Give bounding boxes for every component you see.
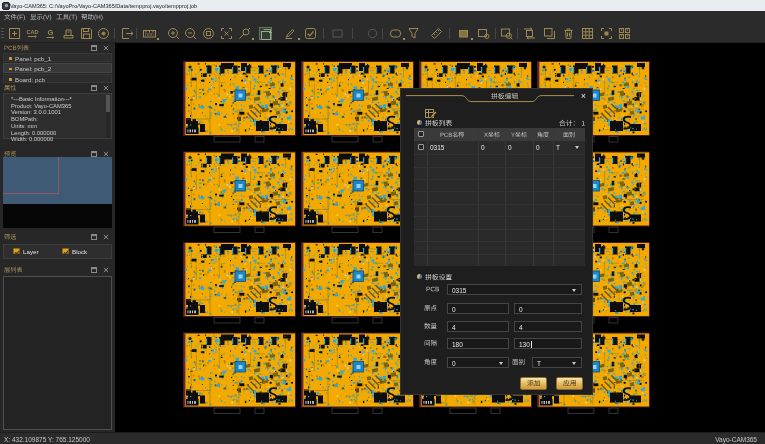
pcb-board-r1c0[interactable] <box>184 152 296 233</box>
pcb-board-r2c1[interactable] <box>302 243 414 324</box>
pcb-canvas[interactable]: × <box>115 43 765 432</box>
transform-icon[interactable] <box>523 27 536 40</box>
side-dropdown-arrow[interactable] <box>575 146 579 149</box>
menu-help[interactable] <box>81 13 103 23</box>
apply-button[interactable] <box>556 377 583 390</box>
float-panel-icon[interactable] <box>91 234 97 240</box>
gap-label <box>424 339 437 347</box>
pcb-board-r0c0[interactable] <box>184 62 296 143</box>
menu-file[interactable] <box>4 13 25 23</box>
pcb-list-item[interactable]: Panel: pcb_1 <box>3 53 112 63</box>
toolbar: CADGmm <box>0 24 765 43</box>
angle-label <box>424 358 437 366</box>
section-bullet-icon <box>417 120 422 125</box>
pcb-board-r0c1[interactable] <box>302 62 414 143</box>
menu-view[interactable] <box>30 13 52 23</box>
menu-tools[interactable] <box>56 13 77 23</box>
count-x-value: 4 <box>452 324 456 331</box>
record-icon[interactable] <box>97 27 110 40</box>
statusbar-app-name: Vayo-CAM365 <box>715 435 757 444</box>
duplicate-icon[interactable] <box>543 27 556 40</box>
rounded-rect-icon[interactable] <box>389 27 402 40</box>
pcb-list-item[interactable]: Panel: pcb_2 <box>3 63 112 73</box>
pcb-board-r3c1[interactable] <box>302 333 414 414</box>
angle-dropdown[interactable]: 0 <box>447 357 509 368</box>
checkbox-layer[interactable] <box>13 248 20 255</box>
layer-list-box[interactable] <box>3 276 112 430</box>
scrollbar-thumb[interactable] <box>106 95 110 112</box>
float-panel-icon[interactable] <box>91 45 97 51</box>
cell-angle: 0 <box>536 144 540 151</box>
gap-y-input[interactable]: 130 <box>514 338 582 349</box>
copy-ref-icon[interactable] <box>477 27 490 40</box>
float-panel-icon[interactable] <box>91 267 97 273</box>
measure-icon[interactable] <box>430 27 443 40</box>
cursor-coordinates: X: 432.109875 Y: 765.125000 <box>4 435 90 444</box>
toolbar-separator <box>449 28 450 39</box>
window-titlebar[interactable]: Vayo-CAM365: C:/VayoPro/Vayo-CAM365/Data… <box>0 0 765 11</box>
panel-settings-section-label <box>425 273 452 282</box>
pcb-item-label: Board: pcb <box>15 76 45 84</box>
fill-icon[interactable] <box>457 27 470 40</box>
gap-x-input[interactable]: 180 <box>447 338 509 349</box>
draw-icon[interactable] <box>284 27 297 40</box>
rect-tool-icon[interactable] <box>331 27 344 40</box>
close-panel-icon[interactable] <box>103 85 109 91</box>
count-x-input[interactable]: 4 <box>447 321 509 332</box>
verify-icon[interactable] <box>304 27 317 40</box>
checkbox-block[interactable] <box>62 248 69 255</box>
pcb-board-r1c1[interactable] <box>302 152 414 233</box>
probe-icon[interactable] <box>238 27 251 40</box>
pcb-board-r2c0[interactable] <box>184 243 296 324</box>
panel-list-section-label <box>425 119 452 128</box>
pcb-board-r3c0[interactable] <box>184 333 296 414</box>
preview-board-outline <box>3 157 59 194</box>
panel-edit-dialog: × <box>400 88 593 395</box>
import-cad-icon[interactable]: CAD <box>26 27 39 40</box>
close-panel-icon[interactable] <box>103 267 109 273</box>
polygon-icon[interactable] <box>407 27 420 40</box>
check-icon <box>14 249 21 256</box>
filter-box: LayerBlock <box>3 244 112 259</box>
import-drill-icon[interactable] <box>62 27 75 40</box>
pcb-item-label: Panel: pcb_1 <box>15 55 51 63</box>
center-view-icon[interactable] <box>600 27 613 40</box>
import-gerber-icon[interactable]: G <box>44 27 57 40</box>
export-icon[interactable] <box>121 27 134 40</box>
properties-box[interactable]: *---Basic Information---*Product: Vayo-C… <box>3 93 112 139</box>
float-panel-icon[interactable] <box>91 85 97 91</box>
pcb-dropdown[interactable]: 0315 <box>447 284 582 295</box>
origin-y-input[interactable]: 0 <box>514 303 582 314</box>
side-dropdown-arrow <box>572 362 576 365</box>
panel-list-section-header <box>415 119 515 127</box>
preview-box[interactable] <box>0 157 115 228</box>
select-all-checkbox[interactable] <box>418 131 424 137</box>
zoom-selection-icon[interactable] <box>202 27 215 40</box>
count-y-input[interactable]: 4 <box>514 321 582 332</box>
side-dropdown[interactable]: T <box>532 357 582 368</box>
close-panel-icon[interactable] <box>103 45 109 51</box>
dialog-close-button[interactable]: × <box>581 91 586 101</box>
close-panel-icon[interactable] <box>103 234 109 240</box>
row-checkbox[interactable] <box>418 144 424 150</box>
fit-view-icon[interactable] <box>220 27 233 40</box>
array-grid-icon[interactable] <box>581 27 594 40</box>
add-button[interactable] <box>520 377 547 390</box>
toolbar-grip[interactable] <box>1 28 4 39</box>
zoom-in-icon[interactable] <box>167 27 180 40</box>
circle-tool-icon[interactable] <box>366 27 379 40</box>
panel-matrix-icon[interactable] <box>618 27 631 40</box>
zoom-out-icon[interactable] <box>184 27 197 40</box>
new-board-icon[interactable] <box>8 27 21 40</box>
delete-icon[interactable] <box>562 27 575 40</box>
save-icon[interactable] <box>80 27 93 40</box>
pcb-list-item[interactable]: Board: pcb <box>3 74 112 84</box>
item-bullet-icon <box>9 68 12 71</box>
zoom-object-icon[interactable] <box>500 27 513 40</box>
properties-scrollbar[interactable] <box>106 95 110 138</box>
panelize-icon[interactable] <box>259 27 272 40</box>
origin-x-input[interactable]: 0 <box>447 303 509 314</box>
panel-table-row[interactable]: 0315 0 0 0 T <box>414 141 585 154</box>
units-mm-icon[interactable]: mm <box>143 27 156 40</box>
toolbar-separator <box>495 28 496 39</box>
